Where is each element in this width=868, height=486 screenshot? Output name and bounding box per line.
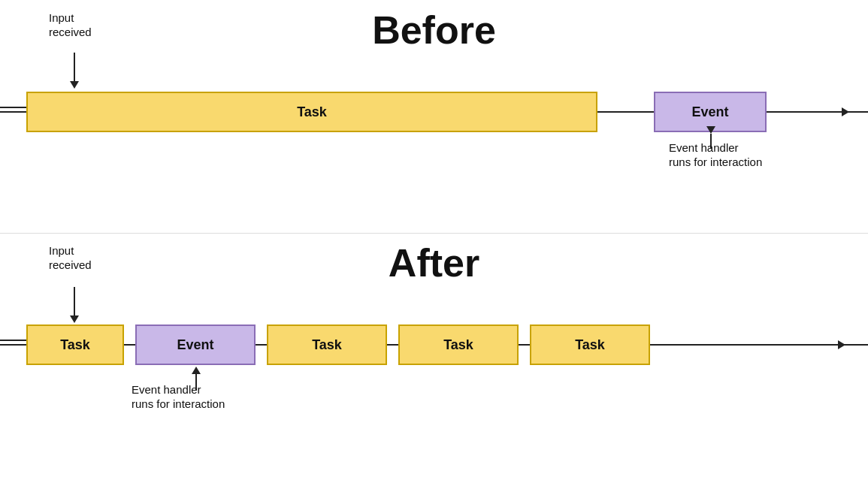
before-input-arrow: [70, 53, 79, 89]
after-task1-box: Task: [26, 325, 124, 365]
diagram-container: Before Input received Task Event: [0, 0, 868, 486]
conn1: [124, 344, 135, 346]
shaft: [0, 107, 26, 108]
arrow-head: [70, 81, 79, 89]
arrow-head-up: [706, 126, 715, 134]
after-task3-box: Task: [398, 325, 519, 365]
shaft: [650, 344, 838, 346]
before-left-end: [0, 107, 26, 108]
after-task4-box: Task: [530, 325, 650, 365]
arrow-head-up: [192, 367, 201, 374]
after-input-label: Input received: [49, 244, 92, 273]
conn2: [256, 344, 267, 346]
after-section: After Input received Task Event Task: [0, 233, 868, 486]
after-input-arrow: [70, 287, 79, 323]
before-event-handler-label: Event handler runs for interaction: [669, 141, 762, 170]
arrow-head: [838, 340, 845, 349]
before-connector: [597, 111, 654, 113]
conn4: [519, 344, 530, 346]
before-task-box: Task: [26, 92, 597, 132]
shaft: [767, 111, 842, 113]
before-section: Before Input received Task Event: [0, 0, 868, 233]
before-title: Before: [0, 8, 868, 53]
arrow-head: [70, 315, 79, 323]
after-arrow-right: [650, 340, 845, 349]
after-event-box: Event: [135, 325, 256, 365]
arrow-shaft: [74, 53, 75, 81]
before-input-label: Input received: [49, 11, 92, 40]
after-title: After: [0, 240, 868, 285]
shaft: [74, 287, 75, 315]
arrow-head: [842, 107, 849, 116]
after-left-end: [0, 340, 26, 341]
after-task2-box: Task: [267, 325, 387, 365]
conn3: [387, 344, 398, 346]
after-event-handler-label: Event handler runs for interaction: [132, 383, 225, 412]
before-arrow-right: [767, 107, 849, 116]
